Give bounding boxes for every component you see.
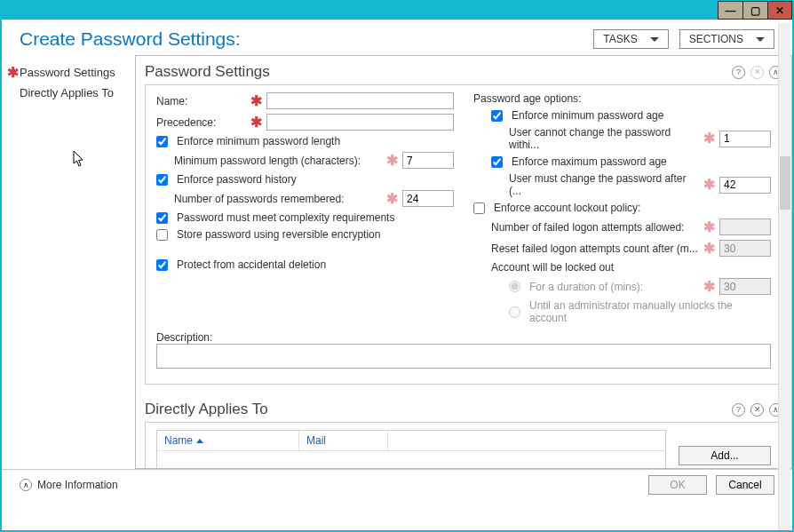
column-mail[interactable]: Mail [299,431,388,450]
footer: ∧ More Information OK Cancel [2,469,792,500]
chevron-down-icon [650,37,659,42]
locked-out-label: Account will be locked out [491,261,614,274]
section-head-directly-applies: Directly Applies To ? ✕ ∧ [145,399,782,422]
column-empty [388,431,665,450]
required-icon: ✱ [250,117,261,128]
remove-section-icon[interactable]: ✕ [750,403,764,417]
sections-label: SECTIONS [689,33,743,45]
reversible-label: Store password using reversible encrypti… [177,228,380,241]
right-column: Password age options: Enforce minimum pa… [473,92,771,324]
more-info-label: More Information [37,479,118,491]
enforce-min-length-checkbox[interactable] [156,136,168,147]
min-age-label: User cannot change the password withi... [509,126,698,151]
section-head-password-settings: Password Settings ? ✕ ∧ [145,61,782,84]
description-input[interactable] [156,344,771,369]
nav-label: Directly Applies To [20,86,114,99]
column-label: Mail [306,434,326,447]
required-icon: ✱ [703,133,714,144]
password-settings-panel: Name: ✱ Precedence: ✱ Enforce minimum pa… [145,84,782,385]
nav-directly-applies-to[interactable]: Directly Applies To [5,83,131,103]
close-button[interactable]: ✕ [767,1,792,20]
age-options-label: Password age options: [473,92,581,105]
sort-ascending-icon [196,439,203,443]
enforce-min-length-label: Enforce minimum password length [177,135,340,147]
applies-to-table[interactable]: Name Mail [156,430,666,469]
enforce-history-checkbox[interactable] [156,174,168,186]
required-icon: ✱ [250,96,261,107]
help-icon[interactable]: ? [732,66,745,79]
min-length-input[interactable] [402,152,454,169]
max-age-input[interactable] [719,177,771,194]
required-icon: ✱ [703,243,714,254]
enforce-history-label: Enforce password history [177,173,297,186]
until-admin-label: Until an administrator manually unlocks … [529,299,771,324]
min-age-input[interactable] [719,131,771,147]
duration-label: For a duration of (mins): [529,281,698,293]
enforce-max-age-checkbox[interactable] [491,156,503,168]
duration-radio[interactable] [509,281,520,292]
chevron-up-icon: ∧ [20,479,32,491]
duration-input[interactable] [719,278,771,295]
precedence-input[interactable] [266,114,454,131]
maximize-button[interactable]: ▢ [742,1,767,20]
remove-section-icon: ✕ [750,66,764,79]
history-count-label: Number of passwords remembered: [174,193,381,205]
lockout-label: Enforce account lockout policy: [494,202,640,214]
column-name[interactable]: Name [157,431,299,450]
nav-label: Password Settings [20,66,115,79]
section-title: Password Settings [145,63,270,81]
sections-dropdown[interactable]: SECTIONS [679,29,774,49]
tasks-label: TASKS [603,33,637,45]
complexity-checkbox[interactable] [156,212,168,224]
cancel-button[interactable]: Cancel [716,475,774,495]
directly-applies-panel: Name Mail Add... Remove [145,422,782,469]
main-panel: Password Settings ? ✕ ∧ Name: ✱ Preceden [135,55,792,469]
required-icon: ✱ [703,282,714,292]
ok-button[interactable]: OK [648,475,707,495]
reversible-checkbox[interactable] [156,229,168,241]
failed-attempts-label: Number of failed logon attempts allowed: [491,221,698,234]
required-icon: ✱ [703,222,714,233]
name-input[interactable] [266,92,454,109]
more-information-expander[interactable]: ∧ More Information [20,479,118,491]
history-count-input[interactable] [402,190,454,207]
help-icon[interactable]: ? [732,403,745,417]
until-admin-radio[interactable] [509,306,520,318]
name-label: Name: [156,95,245,107]
minimize-button[interactable]: — [718,1,742,20]
required-icon: ✱ [7,67,18,78]
required-icon: ✱ [703,179,714,190]
column-label: Name [164,434,193,447]
window-titlebar: — ▢ ✕ [2,1,792,20]
enforce-min-age-checkbox[interactable] [491,110,503,122]
nav-password-settings[interactable]: ✱ Password Settings [5,62,131,83]
chevron-down-icon [756,37,765,42]
description-label: Description: [156,331,212,344]
section-nav: ✱ Password Settings Directly Applies To [2,55,135,469]
protect-checkbox[interactable] [156,259,168,271]
max-age-label: User must change the password after (... [509,172,698,197]
required-icon: ✱ [386,155,397,166]
precedence-label: Precedence: [156,116,245,129]
window-scrollbar[interactable] [778,23,790,530]
left-column: Name: ✱ Precedence: ✱ Enforce minimum pa… [156,92,454,324]
page-title: Create Password Settings: [20,28,241,50]
reset-count-label: Reset failed logon attempts count after … [491,242,698,255]
enforce-max-age-label: Enforce maximum password age [512,155,667,168]
page-header: Create Password Settings: TASKS SECTIONS [2,20,792,55]
failed-attempts-input[interactable] [719,218,771,235]
scrollbar-thumb[interactable] [780,156,790,210]
lockout-checkbox[interactable] [473,202,485,214]
reset-count-input[interactable] [719,240,771,257]
add-button[interactable]: Add... [679,446,771,465]
enforce-min-age-label: Enforce minimum password age [512,109,663,122]
section-title: Directly Applies To [145,401,268,418]
required-icon: ✱ [386,194,397,204]
body: ✱ Password Settings Directly Applies To … [2,55,792,469]
table-header: Name Mail [157,431,665,451]
protect-label: Protect from accidental deletion [177,258,326,271]
min-length-label: Minimum password length (characters): [174,155,381,167]
tasks-dropdown[interactable]: TASKS [593,29,668,49]
complexity-label: Password must meet complexity requiremen… [177,211,394,224]
